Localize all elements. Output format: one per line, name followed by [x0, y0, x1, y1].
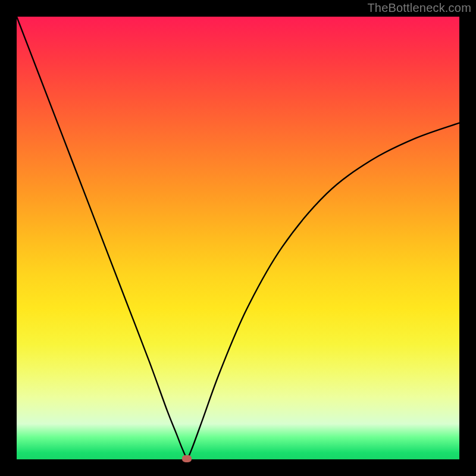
optimal-point-marker: [182, 455, 192, 462]
plot-area: [17, 17, 459, 459]
chart-frame: TheBottleneck.com: [0, 0, 476, 476]
watermark-text: TheBottleneck.com: [367, 1, 471, 15]
